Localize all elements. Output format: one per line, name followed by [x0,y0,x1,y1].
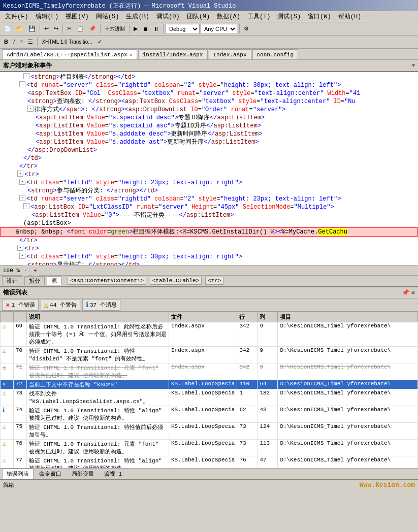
tab-split[interactable]: 拆分 [24,276,45,285]
tb-open[interactable]: 📂 [14,23,25,35]
tab-install-index[interactable]: install/Index.aspx [138,49,208,59]
tb-check[interactable]: ✓ [95,36,104,47]
breadcrumb-tr[interactable]: <tr> [205,277,223,285]
tb-cut[interactable]: ✂ [65,23,74,35]
code-line-17[interactable]: - <asp:ListBox ID="LxtClassID" runat="se… [0,203,418,211]
expand-icon[interactable]: - [17,245,23,251]
tab-speciallist[interactable]: Admin/Label/KS.L···pSpecialList.aspx ✕ [2,49,137,59]
expand-icon[interactable]: - [27,106,34,112]
expand-icon[interactable]: - [17,171,23,177]
code-line-23[interactable]: - <td class="lefttd" style="height: 30px… [0,253,418,261]
code-line-14[interactable]: - <td class="lefttd" style="height: 23px… [0,179,418,187]
tb-xhtml[interactable]: XHTML 1.0 Transitio... [40,36,94,47]
error-table-container[interactable]: 说明 文件 行 列 项目 △ 69 验证 CHTML 1.0 Transitio… [0,312,418,468]
tb-save[interactable]: 💾 [26,23,38,35]
menu-website[interactable]: 网站(S) [93,11,122,22]
menu-edit[interactable]: 编辑(E) [33,11,62,22]
code-line-22[interactable]: - <tr> [0,245,418,253]
menu-view[interactable]: 视图(V) [62,11,92,22]
code-line-8[interactable]: <asp:ListItem Value="s.adddate desc">更新时… [0,130,418,138]
tb-i[interactable]: I [11,36,17,47]
code-line-12[interactable]: </tr> [0,162,418,171]
code-line-2[interactable]: - <td runat="server" class="righttd" col… [0,81,418,89]
collapse-arrow-icon[interactable]: ▼ [412,63,415,69]
tab-close-speciallist[interactable]: ✕ [130,52,133,58]
error-badge-errors[interactable]: ✕ 1 个错误 [2,299,39,311]
code-line-7[interactable]: <asp:ListItem Value="s.specialid asc">专题… [0,122,418,130]
menu-tools[interactable]: 工具(T) [244,11,274,22]
code-line-20-highlighted[interactable]: &nbsp; &nbsp; <font color=green>栏目循环体模板:… [0,227,418,237]
expand-icon[interactable]: - [19,195,25,201]
menu-test[interactable]: 测试(S) [274,11,304,22]
code-line-10[interactable]: </asp:DropDownList> [0,146,418,154]
code-line-16[interactable]: - <td runat="server" class="righttd" col… [0,195,418,203]
code-line-13[interactable]: - <tr> [0,171,418,179]
warn-count-icon: △ [44,301,48,309]
code-line-5[interactable]: - 排序方式</span>: </strong><asp:DropDownLis… [0,106,418,114]
tb-new[interactable]: 📄 [2,23,13,35]
bottom-tab-watch1[interactable]: 监视 1 [100,469,126,479]
tb-b[interactable]: B [2,36,10,47]
expand-icon[interactable]: - [19,253,25,259]
tb-start[interactable]: ▶ [132,23,140,35]
menu-build[interactable]: 生成(B) [123,11,152,22]
cpu-combo[interactable]: Any CPU x86 x64 [201,24,237,34]
tab-index[interactable]: Index.aspx [209,49,251,59]
error-row-69[interactable]: △ 69 验证 CHTML 1.0 Transitional: 此特性名称后必须… [1,322,418,347]
error-row-73[interactable]: △ 73 找不到文件 "KS.Label.LoopSpecialList.asp… [1,389,418,406]
menu-file[interactable]: 文件(F) [2,11,31,22]
code-line-9[interactable]: <asp:ListItem Value="s.adddate ast">更新时间… [0,138,418,146]
tab-conn-config[interactable]: conn.config [252,49,299,59]
menu-window[interactable]: 窗口(W) [305,11,334,22]
code-line-21[interactable]: </tr> [0,237,418,245]
breadcrumb-table[interactable]: <table.CTable> [150,277,202,285]
tb-paste[interactable]: 📌 [87,23,98,35]
tb-hex[interactable]: 十六进制 [103,23,127,35]
zoom-in[interactable]: + [31,265,39,276]
code-line-4[interactable]: <strong>查询条数: </strong><asp:TextBox CssC… [0,97,418,106]
error-row-74[interactable]: ℹ 74 验证 CHTML 1.0 Transitional: 特性 "alig… [1,406,418,423]
menu-debug[interactable]: 调试(D) [153,11,183,22]
breadcrumb-content[interactable]: <asp:Content#Content1> [68,277,146,285]
bottom-tab-errors[interactable]: 错误列表 [2,469,34,479]
error-row-71[interactable]: △ 71 验证 CHTML 1.0 Transitional: 元素 "font… [1,363,418,380]
error-badge-messages[interactable]: ℹ 37 个消息 [82,299,120,311]
tab-design[interactable]: 设计 [2,276,22,285]
error-row-70[interactable]: △ 70 验证 CHTML 1.0 Transitional: 特性 "disa… [1,347,418,363]
expand-icon[interactable]: - [23,203,29,209]
menu-help[interactable]: 帮助(H) [335,11,365,22]
menu-data[interactable]: 数据(A) [214,11,243,22]
pin-icon[interactable]: 📌 [402,289,409,296]
tb-ul[interactable]: ☰ [26,36,35,47]
code-line-18[interactable]: <asp:ListItem Value="0">----不指定分类----</a… [0,211,418,219]
code-line-11[interactable]: </td> [0,154,418,162]
debug-combo[interactable]: Debug Release [166,24,200,34]
code-line-24[interactable]: <strong>显示样式: </strong></td> [0,261,418,265]
code-line-3[interactable]: <asp:TextBox ID="Col CssClass="textbox" … [0,89,418,97]
code-line-1[interactable]: - <strong>栏目列表</strong></td> [0,73,418,81]
error-row-76[interactable]: △ 76 验证 CHTML 1.0 Transitional: 元素 "font… [1,440,418,456]
code-line-6[interactable]: <asp:ListItem Value="s.specialid desc">专… [0,114,418,122]
menu-team[interactable]: 团队(M) [184,11,213,22]
code-line-19[interactable]: (asp:ListBox> [0,219,418,227]
bottom-tab-locals[interactable]: 局部变量 [67,469,99,479]
tb-pause[interactable]: ⏸ [151,23,161,35]
tb-stop[interactable]: ⏹ [141,23,150,35]
error-row-75[interactable]: △ 75 验证 CHTML 1.0 Transitional: 特性值前后必须加… [1,423,418,440]
error-row-72[interactable]: ✕ 72 当前上下文中不存在名称 "KSCMS" KS.Label.LoopSp… [1,380,418,389]
expand-icon[interactable]: - [19,81,25,87]
tb-settings[interactable]: ⚙ [242,23,251,35]
expand-icon[interactable]: - [23,73,29,79]
code-line-15[interactable]: <strong>参与循环的分类: </strong></td> [0,187,418,195]
bottom-tab-command[interactable]: 命令窗口 [35,469,66,479]
tb-redo[interactable]: ↪ [52,23,60,35]
error-row-77[interactable]: △ 77 验证 CHTML 1.0 Transitional: 特性 "alig… [1,456,418,469]
tb-undo[interactable]: ↩ [42,23,51,35]
tb-align[interactable]: ≡ [18,36,25,47]
zoom-out[interactable]: - [23,265,28,276]
tb-copy[interactable]: 📋 [75,23,86,35]
close-error-panel-icon[interactable]: ✕ [411,289,415,296]
error-badge-warnings[interactable]: △ 44 个警告 [41,299,80,311]
tab-source[interactable]: 源 [47,276,61,285]
expand-icon[interactable]: - [19,179,25,185]
